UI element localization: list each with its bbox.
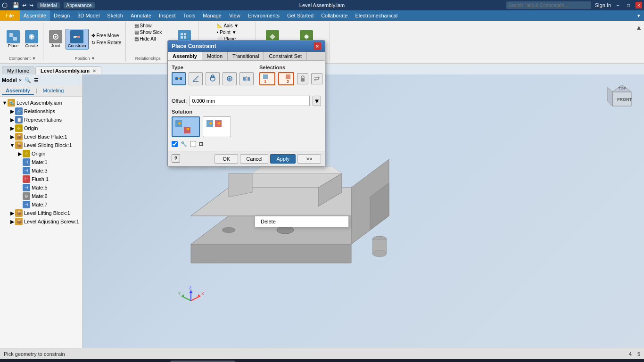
checkbox-1[interactable] <box>172 141 178 147</box>
tab-modeling[interactable]: Modeling <box>39 87 68 95</box>
viewcube[interactable]: FRONT TOP <box>605 80 638 113</box>
quick-redo-btn[interactable]: ↪ <box>29 2 33 8</box>
tab-level-assembly[interactable]: Level Assembly.iam × <box>35 66 101 74</box>
tree-item-mate7[interactable]: ⊣ Mate:7 <box>0 200 82 209</box>
cancel-btn[interactable]: Cancel <box>240 154 268 164</box>
type-tangent-btn[interactable] <box>206 72 220 85</box>
type-symmetry-btn[interactable] <box>239 72 254 85</box>
menu-file[interactable]: File <box>0 10 20 21</box>
menu-collaborate[interactable]: Collaborate <box>317 10 351 21</box>
search-input[interactable] <box>506 1 591 9</box>
tree-expand-rel[interactable]: ▶ <box>9 108 15 115</box>
dialog-title: Place Constraint <box>172 43 216 49</box>
tree-item-origin[interactable]: ▶ ⊹ Origin <box>0 124 82 132</box>
ribbon-collapse-btn[interactable]: ▲ <box>636 22 642 62</box>
tree-expand-sb-origin[interactable]: ▶ <box>17 151 23 157</box>
panel-search-icon[interactable]: 🔍 <box>25 77 31 83</box>
tree-item-mate6[interactable]: ⊖ Mate:6 <box>0 192 82 200</box>
checkbox-2[interactable] <box>190 141 196 147</box>
menu-annotate[interactable]: Annotate <box>127 10 155 21</box>
viewport[interactable]: X Y Z FRONT TOP <box>83 74 644 348</box>
maximize-btn[interactable]: □ <box>625 2 632 8</box>
menu-view[interactable]: View <box>225 10 244 21</box>
checkbox-1-icon: 🔧 <box>181 141 187 147</box>
tab-close-btn[interactable]: × <box>93 68 96 74</box>
place-btn[interactable]: Place <box>5 29 22 49</box>
minimize-btn[interactable]: − <box>615 2 621 8</box>
dialog-tab-transitional[interactable]: Transitional <box>228 52 264 60</box>
tree-item-sb-origin[interactable]: ▶ ⊹ Origin <box>0 149 82 158</box>
menu-environments[interactable]: Environments <box>244 10 283 21</box>
appearance-dropdown[interactable]: Appearance <box>64 2 95 8</box>
dialog-tab-motion[interactable]: Motion <box>202 52 228 60</box>
tab-my-home[interactable]: My Home <box>2 66 34 74</box>
tree-expand-as[interactable]: ▶ <box>9 219 15 225</box>
tree-icon-rep: 📋 <box>15 116 23 123</box>
tree-item-relationships[interactable]: ▶ 🔗 Relationships <box>0 107 82 115</box>
tree-item-flush1[interactable]: ⊢ Flush:1 <box>0 175 82 183</box>
tree-expand-lb[interactable]: ▶ <box>9 210 15 216</box>
joint-btn[interactable]: Joint <box>47 29 64 49</box>
ok-btn[interactable]: OK <box>215 154 238 164</box>
tree-item-mate5[interactable]: ⊣ Mate:5 <box>0 183 82 192</box>
dialog-tab-assembly[interactable]: Assembly <box>168 52 202 60</box>
quick-undo-btn[interactable]: ↩ <box>22 2 26 8</box>
axis-btn[interactable]: 📐 Axis ▼ <box>215 23 240 29</box>
help-btn[interactable]: ? <box>172 154 180 163</box>
dialog-tab-constraint-set[interactable]: Constraint Set <box>264 52 307 60</box>
constrain-btn[interactable]: Constrain <box>66 29 89 49</box>
sign-in-btn[interactable]: Sign In <box>595 2 611 8</box>
free-rotate-btn[interactable]: ↻ Free Rotate <box>90 40 123 46</box>
offset-dropdown-btn[interactable]: ▼ <box>313 96 321 106</box>
menu-3dmodel[interactable]: 3D Model <box>74 10 103 21</box>
swap-btn[interactable] <box>311 73 322 84</box>
menu-assemble[interactable]: Assemble <box>20 10 50 21</box>
menu-sketch[interactable]: Sketch <box>103 10 127 21</box>
show-btn[interactable]: ▤ Show <box>133 23 153 29</box>
tree-expand-root[interactable]: ▼ <box>2 100 8 106</box>
menu-inspect[interactable]: Inspect <box>155 10 179 21</box>
quick-save-btn[interactable]: 💾 <box>12 2 19 8</box>
tree-item-mate1[interactable]: ⊣ Mate:1 <box>0 158 82 166</box>
offset-input[interactable] <box>190 96 310 106</box>
tree-item-lifting-block[interactable]: ▶ 📦 Level Lifting Block:1 <box>0 209 82 217</box>
tree-item-representations[interactable]: ▶ 📋 Representations <box>0 115 82 124</box>
material-dropdown[interactable]: Material <box>37 2 60 8</box>
tree-expand-origin[interactable]: ▶ <box>9 125 15 132</box>
tree-item-base-plate[interactable]: ▶ 📦 Level Base Plate:1 <box>0 132 82 141</box>
point-btn[interactable]: • Point ▼ <box>215 29 238 35</box>
tree-item-adjusting-screw[interactable]: ▶ 📦 Level Adjusting Screw:1 <box>0 217 82 226</box>
menu-expand[interactable]: ▾ <box>634 10 644 21</box>
menu-electromechanical[interactable]: Electromechanical <box>351 10 401 21</box>
selection-2-btn[interactable]: 2 <box>278 72 294 85</box>
close-btn[interactable]: × <box>636 2 642 8</box>
selection-1-btn[interactable]: 1 <box>259 72 275 85</box>
solution-2-btn[interactable] <box>203 116 231 137</box>
create-btn[interactable]: Create <box>23 29 40 49</box>
tree-item-sliding-block[interactable]: ▼ 📦 Level Sliding Block:1 <box>0 141 82 149</box>
hide-all-btn[interactable]: ▤ Hide All <box>133 36 157 42</box>
tree-item-mate3[interactable]: ⊣ Mate:3 <box>0 166 82 175</box>
expand-btn[interactable]: >> <box>297 154 321 164</box>
tab-assembly[interactable]: Assembly <box>2 87 34 95</box>
solution-1-btn[interactable] <box>172 116 200 137</box>
dialog-close-btn[interactable]: × <box>314 42 321 50</box>
menu-get-started[interactable]: Get Started <box>283 10 317 21</box>
type-angle-btn[interactable] <box>189 72 203 85</box>
context-delete[interactable]: Delete <box>255 216 348 227</box>
show-sick-btn[interactable]: ▤ Show Sick <box>133 29 164 35</box>
tree-expand-sb[interactable]: ▼ <box>9 142 15 148</box>
tree-item-root[interactable]: ▼ 🔩 Level Assembly.iam <box>0 99 82 107</box>
type-mate-btn[interactable] <box>172 72 186 85</box>
model-close-icon[interactable]: × <box>19 77 22 83</box>
panel-menu-icon[interactable]: ☰ <box>34 77 39 83</box>
menu-tools[interactable]: Tools <box>180 10 199 21</box>
apply-btn[interactable]: Apply <box>270 154 296 164</box>
tree-expand-bp[interactable]: ▶ <box>9 134 15 140</box>
type-insert-btn[interactable] <box>223 72 237 85</box>
free-move-btn[interactable]: ✥ Free Move <box>90 33 123 39</box>
menu-manage[interactable]: Manage <box>199 10 225 21</box>
menu-design[interactable]: Design <box>50 10 74 21</box>
lock-btn[interactable] <box>297 73 308 84</box>
tree-expand-rep[interactable]: ▶ <box>9 117 15 123</box>
